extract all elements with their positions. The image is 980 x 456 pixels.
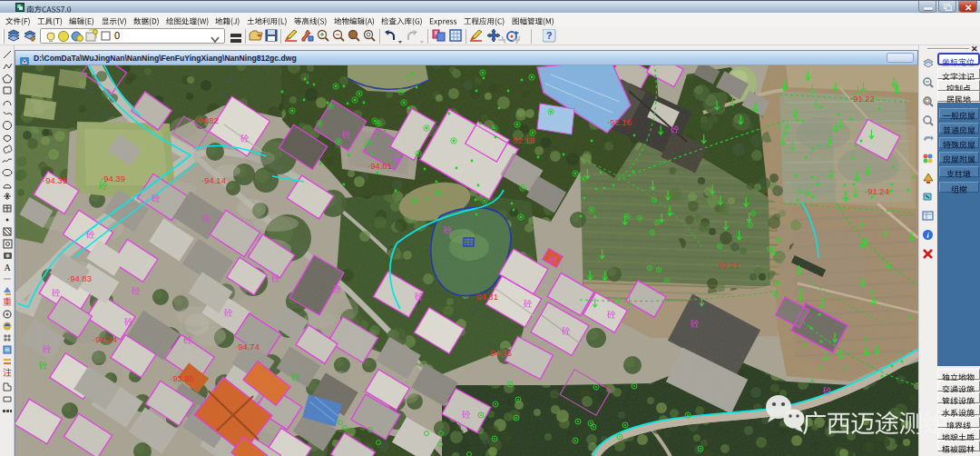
svg-text:?: ?	[546, 30, 553, 41]
